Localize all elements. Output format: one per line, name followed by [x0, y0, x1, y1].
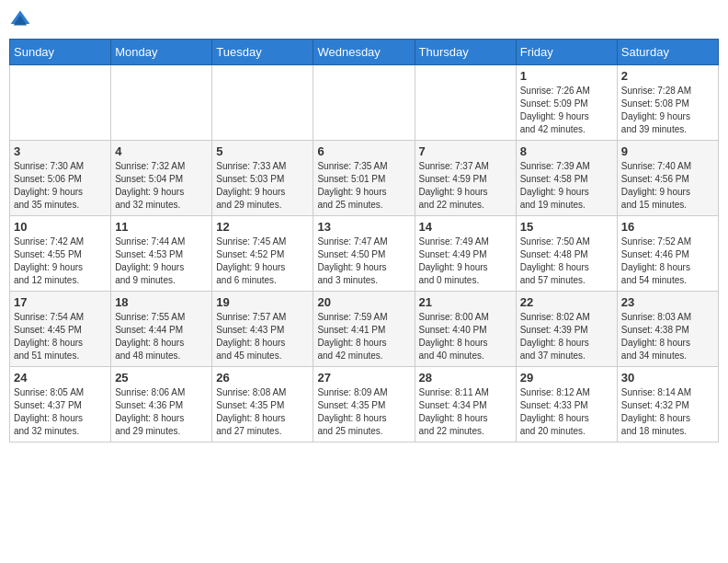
day-info: Sunrise: 7:44 AMSunset: 4:53 PMDaylight:… [115, 236, 208, 287]
day-info: Sunrise: 8:09 AMSunset: 4:35 PMDaylight:… [317, 386, 410, 438]
day-number: 5 [216, 144, 309, 158]
calendar-cell: 17Sunrise: 7:54 AMSunset: 4:45 PMDayligh… [10, 292, 111, 367]
calendar-week-row: 17Sunrise: 7:54 AMSunset: 4:45 PMDayligh… [10, 292, 719, 367]
day-info: Sunrise: 7:33 AMSunset: 5:03 PMDaylight:… [216, 160, 309, 212]
header [9, 9, 719, 31]
calendar-week-row: 3Sunrise: 7:30 AMSunset: 5:06 PMDaylight… [10, 141, 719, 216]
day-info: Sunrise: 7:32 AMSunset: 5:04 PMDaylight:… [115, 160, 208, 212]
calendar-cell: 23Sunrise: 8:03 AMSunset: 4:38 PMDayligh… [617, 292, 718, 367]
day-number: 25 [115, 371, 208, 385]
calendar-cell: 21Sunrise: 8:00 AMSunset: 4:40 PMDayligh… [415, 292, 516, 367]
day-info: Sunrise: 8:14 AMSunset: 4:32 PMDaylight:… [621, 386, 714, 438]
day-info: Sunrise: 8:05 AMSunset: 4:37 PMDaylight:… [14, 386, 107, 438]
calendar-cell: 20Sunrise: 7:59 AMSunset: 4:41 PMDayligh… [313, 292, 415, 367]
calendar-cell: 18Sunrise: 7:55 AMSunset: 4:44 PMDayligh… [111, 292, 212, 367]
weekday-header: Sunday [10, 40, 111, 65]
day-info: Sunrise: 7:55 AMSunset: 4:44 PMDaylight:… [115, 311, 208, 362]
day-info: Sunrise: 7:45 AMSunset: 4:52 PMDaylight:… [216, 236, 309, 287]
calendar-cell: 19Sunrise: 7:57 AMSunset: 4:43 PMDayligh… [212, 292, 313, 367]
day-number: 21 [419, 295, 512, 309]
calendar-week-row: 10Sunrise: 7:42 AMSunset: 4:55 PMDayligh… [10, 216, 719, 292]
weekday-header: Saturday [617, 40, 718, 65]
day-number: 24 [14, 371, 107, 385]
day-number: 27 [317, 371, 410, 385]
day-number: 16 [621, 220, 714, 234]
calendar-cell: 2Sunrise: 7:28 AMSunset: 5:08 PMDaylight… [617, 65, 718, 141]
day-info: Sunrise: 7:35 AMSunset: 5:01 PMDaylight:… [317, 160, 410, 212]
weekday-header: Friday [516, 40, 617, 65]
day-number: 8 [520, 144, 613, 158]
day-number: 28 [419, 371, 512, 385]
day-info: Sunrise: 8:00 AMSunset: 4:40 PMDaylight:… [419, 311, 512, 362]
day-number: 18 [115, 295, 208, 309]
day-number: 12 [216, 220, 309, 234]
day-info: Sunrise: 7:40 AMSunset: 4:56 PMDaylight:… [621, 160, 714, 212]
day-number: 17 [14, 295, 107, 309]
day-info: Sunrise: 8:02 AMSunset: 4:39 PMDaylight:… [520, 311, 613, 362]
day-number: 23 [621, 295, 714, 309]
day-number: 11 [115, 220, 208, 234]
day-number: 13 [317, 220, 410, 234]
logo [9, 9, 35, 31]
day-info: Sunrise: 7:50 AMSunset: 4:48 PMDaylight:… [520, 236, 613, 287]
day-info: Sunrise: 7:30 AMSunset: 5:06 PMDaylight:… [14, 160, 107, 212]
weekday-header: Monday [111, 40, 212, 65]
day-number: 19 [216, 295, 309, 309]
calendar-cell: 15Sunrise: 7:50 AMSunset: 4:48 PMDayligh… [516, 216, 617, 292]
calendar-cell: 11Sunrise: 7:44 AMSunset: 4:53 PMDayligh… [111, 216, 212, 292]
day-info: Sunrise: 8:12 AMSunset: 4:33 PMDaylight:… [520, 386, 613, 438]
day-info: Sunrise: 8:11 AMSunset: 4:34 PMDaylight:… [419, 386, 512, 438]
day-number: 6 [317, 144, 410, 158]
calendar-cell: 4Sunrise: 7:32 AMSunset: 5:04 PMDaylight… [111, 141, 212, 216]
day-info: Sunrise: 7:49 AMSunset: 4:49 PMDaylight:… [419, 236, 512, 287]
calendar: SundayMondayTuesdayWednesdayThursdayFrid… [9, 39, 719, 442]
day-number: 3 [14, 144, 107, 158]
weekday-header: Tuesday [212, 40, 313, 65]
day-number: 2 [621, 69, 714, 83]
day-number: 30 [621, 371, 714, 385]
day-number: 4 [115, 144, 208, 158]
calendar-cell: 30Sunrise: 8:14 AMSunset: 4:32 PMDayligh… [617, 367, 718, 442]
calendar-week-row: 1Sunrise: 7:26 AMSunset: 5:09 PMDaylight… [10, 65, 719, 141]
calendar-cell [111, 65, 212, 141]
day-info: Sunrise: 7:26 AMSunset: 5:09 PMDaylight:… [520, 85, 613, 136]
calendar-cell: 3Sunrise: 7:30 AMSunset: 5:06 PMDaylight… [10, 141, 111, 216]
calendar-cell: 22Sunrise: 8:02 AMSunset: 4:39 PMDayligh… [516, 292, 617, 367]
calendar-cell: 26Sunrise: 8:08 AMSunset: 4:35 PMDayligh… [212, 367, 313, 442]
logo-icon [9, 9, 31, 31]
day-number: 1 [520, 69, 613, 83]
calendar-cell: 12Sunrise: 7:45 AMSunset: 4:52 PMDayligh… [212, 216, 313, 292]
calendar-cell: 8Sunrise: 7:39 AMSunset: 4:58 PMDaylight… [516, 141, 617, 216]
calendar-cell [415, 65, 516, 141]
day-info: Sunrise: 8:08 AMSunset: 4:35 PMDaylight:… [216, 386, 309, 438]
day-number: 29 [520, 371, 613, 385]
calendar-cell: 10Sunrise: 7:42 AMSunset: 4:55 PMDayligh… [10, 216, 111, 292]
day-number: 26 [216, 371, 309, 385]
day-number: 20 [317, 295, 410, 309]
calendar-cell [313, 65, 415, 141]
calendar-week-row: 24Sunrise: 8:05 AMSunset: 4:37 PMDayligh… [10, 367, 719, 442]
day-info: Sunrise: 7:28 AMSunset: 5:08 PMDaylight:… [621, 85, 714, 136]
day-info: Sunrise: 8:06 AMSunset: 4:36 PMDaylight:… [115, 386, 208, 438]
calendar-cell: 6Sunrise: 7:35 AMSunset: 5:01 PMDaylight… [313, 141, 415, 216]
day-info: Sunrise: 7:47 AMSunset: 4:50 PMDaylight:… [317, 236, 410, 287]
calendar-cell: 28Sunrise: 8:11 AMSunset: 4:34 PMDayligh… [415, 367, 516, 442]
calendar-cell: 24Sunrise: 8:05 AMSunset: 4:37 PMDayligh… [10, 367, 111, 442]
day-number: 7 [419, 144, 512, 158]
weekday-header: Wednesday [313, 40, 415, 65]
day-info: Sunrise: 7:37 AMSunset: 4:59 PMDaylight:… [419, 160, 512, 212]
day-info: Sunrise: 7:42 AMSunset: 4:55 PMDaylight:… [14, 236, 107, 287]
calendar-cell: 13Sunrise: 7:47 AMSunset: 4:50 PMDayligh… [313, 216, 415, 292]
weekday-header-row: SundayMondayTuesdayWednesdayThursdayFrid… [10, 40, 719, 65]
day-number: 22 [520, 295, 613, 309]
calendar-cell: 5Sunrise: 7:33 AMSunset: 5:03 PMDaylight… [212, 141, 313, 216]
calendar-cell: 29Sunrise: 8:12 AMSunset: 4:33 PMDayligh… [516, 367, 617, 442]
day-number: 10 [14, 220, 107, 234]
calendar-cell: 7Sunrise: 7:37 AMSunset: 4:59 PMDaylight… [415, 141, 516, 216]
day-info: Sunrise: 7:39 AMSunset: 4:58 PMDaylight:… [520, 160, 613, 212]
calendar-cell: 14Sunrise: 7:49 AMSunset: 4:49 PMDayligh… [415, 216, 516, 292]
day-number: 9 [621, 144, 714, 158]
weekday-header: Thursday [415, 40, 516, 65]
calendar-cell: 27Sunrise: 8:09 AMSunset: 4:35 PMDayligh… [313, 367, 415, 442]
calendar-cell: 1Sunrise: 7:26 AMSunset: 5:09 PMDaylight… [516, 65, 617, 141]
